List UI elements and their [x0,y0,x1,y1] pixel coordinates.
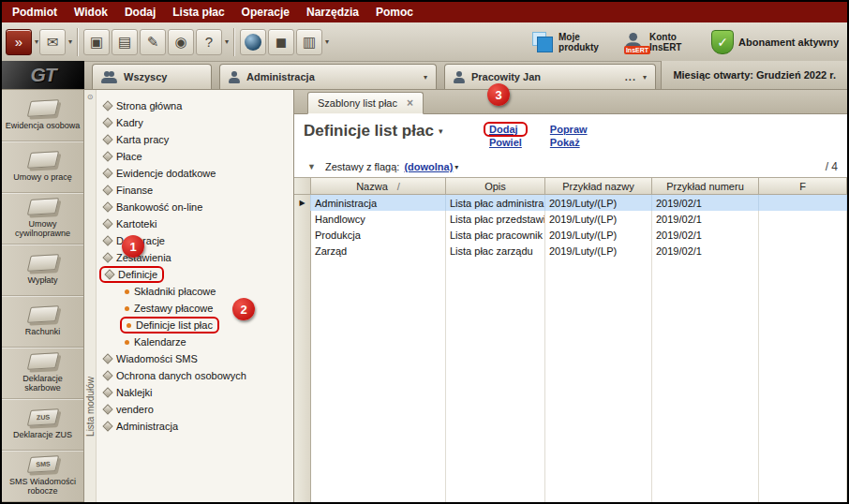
module-item-label: Karta pracy [116,134,169,145]
filter-value-dropdown[interactable]: (dowolna) [404,161,453,172]
menu-dodaj[interactable]: Dodaj [116,2,164,22]
sidebar-item-label: Deklaracje ZUS [13,430,72,439]
tab-pracowity-jan-caret-icon[interactable]: ▾ [643,73,647,82]
sidebar-item-wyplaty[interactable]: Wypłaty [2,245,83,296]
sidebar-item-label: Deklaracje skarbowe [4,374,82,393]
abonament-indicator[interactable]: ✓ Abonament aktywny [711,30,839,54]
module-item-place[interactable]: Płace [97,148,293,165]
sidebar-item-sms-wiadomosci[interactable]: SMS SMS Wiadomości robocze [2,451,83,502]
print-button[interactable]: ▥ [296,29,322,55]
page-title[interactable]: Definicje list płac ▾ [304,122,478,141]
table-row[interactable]: Zarząd Lista płac zarządu 2019/Luty/(LP)… [294,243,847,259]
module-item-karta-pracy[interactable]: Karta pracy [97,131,293,148]
module-item-kadry[interactable]: Kadry [97,114,293,131]
menu-lista-plac[interactable]: Lista płac [164,2,232,22]
module-item-kartoteki[interactable]: Kartoteki [97,215,293,232]
cube-icon: ◼ [276,34,287,51]
module-item-definicje-list-plac[interactable]: Definicje list płac [97,317,293,334]
mail-icon: ✉ [47,34,59,51]
tab-more-button[interactable]: ... [625,71,636,82]
cell-opis: Lista płac zarządu [446,243,545,259]
column-header-f[interactable]: F [759,178,847,194]
module-item-ochrona-danych[interactable]: Ochrona danych osobowych [97,367,293,384]
menu-podmiot[interactable]: Podmiot [4,2,66,22]
module-item-skladniki-placowe[interactable]: Składniki płacowe [97,283,293,300]
sidebar-item-umowy-cywilnoprawne[interactable]: Umowy cywilnoprawne [2,193,83,245]
column-header-nazwa[interactable]: Nazwa/ [311,178,446,194]
column-header-przyklad-nazwy[interactable]: Przykład nazwy [545,178,652,194]
menu-operacje[interactable]: Operacje [233,2,298,22]
cell-przyklad-numeru: 2019/02/1 [652,211,759,227]
menu-widok[interactable]: Widok [66,2,116,22]
edit-link[interactable]: Popraw [550,124,588,135]
module-item-vendero[interactable]: vendero [97,401,293,418]
filter-funnel-icon[interactable]: ▼ [307,162,316,171]
filter-caret-icon[interactable]: ▾ [454,163,458,171]
duplicate-link[interactable]: Powiel [489,137,522,148]
module-item-bankowosc[interactable]: Bankowość on-line [97,199,293,215]
cell-nazwa: Administracja [311,195,446,211]
sidebar-item-deklaracje-zus[interactable]: ZUS Deklaracje ZUS [2,399,83,451]
module-icon [102,185,112,195]
mail-caret-icon[interactable]: ▾ [68,37,72,46]
tab-wszyscy[interactable]: Wszyscy [92,64,212,89]
menu-pomoc[interactable]: Pomoc [367,2,422,22]
close-icon[interactable]: × [407,96,413,110]
module-item-ewidencje-dodatkowe[interactable]: Ewidencje dodatkowe [97,165,293,182]
cube-button[interactable]: ◼ [268,29,294,55]
people-group-icon [101,71,117,83]
globe-button[interactable] [240,29,266,55]
wyplaty-icon [26,254,58,272]
table-header-gutter [294,178,311,194]
sidebar-item-rachunki[interactable]: Rachunki [2,296,83,348]
tab-szablony-list-plac[interactable]: Szablony list płac × [307,92,424,114]
seal-button[interactable]: ◉ [168,29,194,55]
add-link[interactable]: Dodaj [489,124,518,135]
module-item-naklejki[interactable]: Naklejki [97,384,293,401]
module-item-label: Bankowość on-line [116,201,202,213]
sidebar-item-deklaracje-skarbowe[interactable]: Deklaracje skarbowe [2,348,83,399]
sign-button[interactable]: ✎ [140,29,166,55]
app-menu-caret-icon[interactable]: ▾ [35,37,38,46]
sidebar-item-ewidencja-osobowa[interactable]: Ewidencja osobowa [2,90,83,141]
table-empty-area [294,259,847,502]
column-header-label: Nazwa [356,181,388,192]
module-item-definicje[interactable]: Definicje [97,266,293,283]
app-menu-button[interactable]: » [6,29,32,55]
module-icon [102,117,112,127]
print-caret-icon[interactable]: ▾ [325,37,329,46]
help-caret-icon[interactable]: ▾ [225,37,229,46]
mail-button[interactable]: ✉ [39,29,66,55]
module-item-kalendarze[interactable]: Kalendarze [97,334,293,350]
table-row[interactable]: Produkcja Lista płac pracownik 2019/Luty… [294,227,847,243]
moje-produkty-button[interactable]: Moje produkty [531,31,611,53]
show-link[interactable]: Pokaż [550,137,588,148]
print-icon: ▥ [303,34,316,51]
column-header-przyklad-numeru[interactable]: Przykład numeru [652,178,759,194]
tab-administracja-caret-icon[interactable]: ▾ [424,73,427,82]
sidebar-item-umowy-o-prace[interactable]: Umowy o pracę [2,141,83,193]
module-item-strona-glowna[interactable]: Strona główna [97,97,293,114]
cell-opis: Lista płac przedstawi [446,211,545,227]
module-item-administracja[interactable]: Administracja [97,418,293,435]
column-header-opis[interactable]: Opis [446,178,545,194]
documents-button[interactable]: ▤ [112,29,138,55]
konto-insert-button[interactable]: InsERT Konto InsERT [620,30,702,54]
table-row[interactable]: ▶ Administracja Lista płac administra 20… [294,195,847,211]
help-button[interactable]: ? [196,29,222,55]
menu-narzedzia[interactable]: Narzędzia [298,2,367,22]
title-caret-icon[interactable]: ▾ [439,126,443,136]
tab-administracja[interactable]: Administracja ▾ [219,64,437,89]
filter-label: Zestawy z flagą: [325,161,399,172]
tab-pracowity-jan[interactable]: Pracowity Jan ... ▾ [444,64,656,89]
module-item-zestawy-placowe[interactable]: Zestawy płacowe [97,300,293,317]
table-row[interactable]: Handlowcy Lista płac przedstawi 2019/Lut… [294,211,847,227]
abonament-label: Abonament aktywny [738,37,839,48]
pin-icon[interactable]: ⊙ [87,93,94,101]
stamp-button[interactable]: ▣ [83,29,110,55]
module-item-wiadomosci-sms[interactable]: Wiadomości SMS [97,350,293,367]
module-icon [102,134,112,144]
module-item-finanse[interactable]: Finanse [97,182,293,199]
module-panel-title: Lista modułów [85,377,96,437]
sidebar-item-label: SMS Wiadomości robocze [4,477,82,496]
